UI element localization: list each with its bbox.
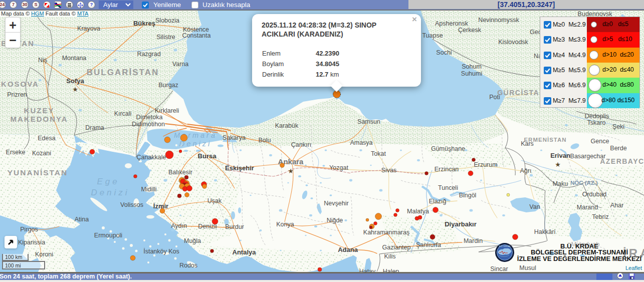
svg-text:Atina: Atina bbox=[75, 216, 89, 223]
svg-text:Prizren: Prizren bbox=[7, 91, 27, 98]
svg-text:Midilli: Midilli bbox=[141, 186, 156, 193]
svg-text:Pirgos: Pirgos bbox=[20, 226, 38, 233]
svg-text:Kozani: Kozani bbox=[32, 150, 51, 157]
svg-text:Erzurum: Erzurum bbox=[474, 161, 497, 168]
svg-text:Gümüşhane: Gümüşhane bbox=[431, 145, 465, 152]
svg-text:Balıkesir: Balıkesir bbox=[168, 169, 192, 176]
svg-text:Kiparissia: Kiparissia bbox=[18, 239, 45, 246]
svg-text:Van: Van bbox=[529, 203, 540, 210]
svg-text:Sochi: Sochi bbox=[436, 49, 452, 56]
svg-text:Denizi: Denizi bbox=[91, 188, 129, 197]
svg-text:Kırcali: Kırcali bbox=[114, 110, 132, 117]
svg-text:Ahar: Ahar bbox=[610, 202, 623, 209]
svg-text:YUNANİSTAN: YUNANİSTAN bbox=[8, 168, 68, 177]
svg-text:★: ★ bbox=[555, 161, 561, 168]
svg-text:KOSOVA: KOSOVA bbox=[1, 80, 39, 88]
svg-text:Edesa: Edesa bbox=[38, 135, 55, 142]
svg-text:Musul: Musul bbox=[519, 264, 536, 271]
svg-text:Sakarya: Sakarya bbox=[223, 134, 246, 141]
svg-text:Kahramanmaraş: Kahramanmaraş bbox=[363, 229, 409, 236]
svg-text:Apsheronsk: Apsheronsk bbox=[435, 20, 469, 27]
svg-text:Sincar: Sincar bbox=[490, 265, 508, 272]
svg-text:Elazığ: Elazığ bbox=[429, 198, 447, 205]
svg-text:Karabük: Karabük bbox=[275, 122, 299, 129]
svg-text:★: ★ bbox=[72, 86, 78, 93]
svg-text:Bursa: Bursa bbox=[198, 152, 217, 160]
svg-text:Razgrad: Razgrad bbox=[137, 51, 160, 58]
svg-text:AZERBAYCAN: AZERBAYCAN bbox=[600, 157, 644, 165]
svg-text:Tokat: Tokat bbox=[371, 150, 386, 157]
svg-text:Antalya: Antalya bbox=[233, 248, 257, 256]
svg-text:Sivas: Sivas bbox=[381, 167, 397, 174]
svg-text:Tskaro: Tskaro bbox=[587, 119, 606, 126]
svg-text:Basargechar: Basargechar bbox=[570, 153, 606, 160]
svg-text:Muğla: Muğla bbox=[184, 237, 201, 244]
svg-text:Dedoplis: Dedoplis bbox=[585, 113, 609, 120]
svg-text:MAKEDONYA: MAKEDONYA bbox=[11, 115, 68, 123]
svg-text:Bükreş: Bükreş bbox=[133, 20, 155, 27]
svg-text:Aydın: Aydın bbox=[171, 222, 187, 229]
svg-text:Şanlıurfa: Şanlıurfa bbox=[416, 241, 441, 248]
svg-text:Mardin: Mardin bbox=[464, 237, 483, 244]
svg-text:Constanta: Constanta bbox=[182, 32, 211, 39]
svg-text:★: ★ bbox=[288, 167, 294, 175]
svg-text:İstanköy Kos: İstanköy Kos bbox=[143, 248, 179, 255]
svg-text:Varna: Varna bbox=[172, 61, 188, 68]
svg-text:Gaziantep: Gaziantep bbox=[382, 244, 411, 251]
svg-text:Slobozia: Slobozia bbox=[155, 17, 179, 24]
svg-text:Ege: Ege bbox=[97, 177, 119, 186]
svg-text:Erseke: Erseke bbox=[6, 149, 26, 156]
svg-text:Burgaz: Burgaz bbox=[158, 82, 178, 89]
svg-text:Didimotihon: Didimotihon bbox=[132, 121, 165, 128]
svg-text:Sofya: Sofya bbox=[66, 77, 84, 85]
svg-text:Bolu: Bolu bbox=[258, 137, 271, 144]
svg-text:GÜRCİSTAN: GÜRCİSTAN bbox=[497, 89, 545, 97]
svg-text:BULGARİSTAN: BULGARİSTAN bbox=[87, 68, 159, 77]
svg-text:Amasya: Amasya bbox=[350, 139, 372, 146]
svg-text:Hakkâri: Hakkâri bbox=[534, 228, 555, 235]
svg-text:Ağrı: Ağrı bbox=[520, 167, 532, 174]
svg-text:Nevşehir: Nevşehir bbox=[324, 200, 348, 207]
svg-text:Erivan: Erivan bbox=[550, 152, 570, 159]
svg-text:Maku: Maku bbox=[553, 180, 568, 187]
svg-text:Erzincan: Erzincan bbox=[435, 166, 459, 173]
svg-text:Kars: Kars bbox=[521, 140, 534, 147]
svg-text:Ermoupoli: Ermoupoli bbox=[94, 232, 122, 239]
svg-text:Bingöl: Bingöl bbox=[459, 192, 477, 199]
svg-text:Samsun: Samsun bbox=[357, 118, 380, 125]
svg-text:Volissos: Volissos bbox=[120, 201, 143, 208]
svg-text:Drama: Drama bbox=[85, 124, 104, 131]
svg-text:Silistre: Silistre bbox=[156, 34, 175, 41]
svg-text:Ordubad: Ordubad bbox=[582, 191, 607, 198]
svg-text:Yozgat: Yozgat bbox=[329, 164, 348, 171]
svg-text:Uşak: Uşak bbox=[207, 197, 222, 204]
svg-text:Çerkesk: Çerkesk bbox=[458, 27, 482, 34]
svg-text:Nevinnomyssk: Nevinnomyssk bbox=[478, 17, 519, 24]
svg-text:Berde: Berde bbox=[610, 145, 626, 152]
svg-text:Montana: Montana bbox=[62, 55, 87, 62]
svg-text:Koroni: Koroni bbox=[35, 251, 53, 258]
svg-text:Çankırı: Çankırı bbox=[291, 141, 311, 148]
svg-text:Rodos: Rodos bbox=[179, 262, 197, 269]
svg-text:Çanakkale: Çanakkale bbox=[136, 154, 166, 161]
svg-text:Kırklareli: Kırklareli bbox=[155, 107, 179, 114]
svg-text:Malatya: Malatya bbox=[407, 208, 429, 215]
svg-text:NÖC (AZ.): NÖC (AZ.) bbox=[570, 180, 598, 186]
svg-text:Sohum: Sohum bbox=[462, 63, 482, 70]
svg-text:Kislovodsk: Kislovodsk bbox=[498, 39, 528, 46]
svg-text:KUZEY: KUZEY bbox=[24, 106, 55, 115]
svg-text:Niş: Niş bbox=[38, 57, 47, 64]
svg-text:Tuapse: Tuapse bbox=[422, 32, 443, 39]
svg-text:Adana: Adana bbox=[338, 246, 358, 253]
svg-text:Suhumi: Suhumi bbox=[461, 70, 482, 77]
svg-text:Gence: Gence bbox=[591, 138, 609, 145]
svg-text:Burdur: Burdur bbox=[225, 223, 244, 230]
svg-text:Konya: Konya bbox=[276, 221, 294, 228]
svg-text:Şeki: Şeki bbox=[612, 123, 624, 130]
svg-text:Eskişehir: Eskişehir bbox=[225, 164, 254, 172]
svg-text:Tunceli: Tunceli bbox=[438, 184, 458, 191]
svg-text:Marand: Marand bbox=[577, 204, 598, 211]
svg-text:Poti: Poti bbox=[489, 94, 500, 101]
svg-text:Dimetoka: Dimetoka bbox=[136, 114, 163, 121]
svg-text:B.Ü. KRDAE: B.Ü. KRDAE bbox=[499, 245, 511, 247]
